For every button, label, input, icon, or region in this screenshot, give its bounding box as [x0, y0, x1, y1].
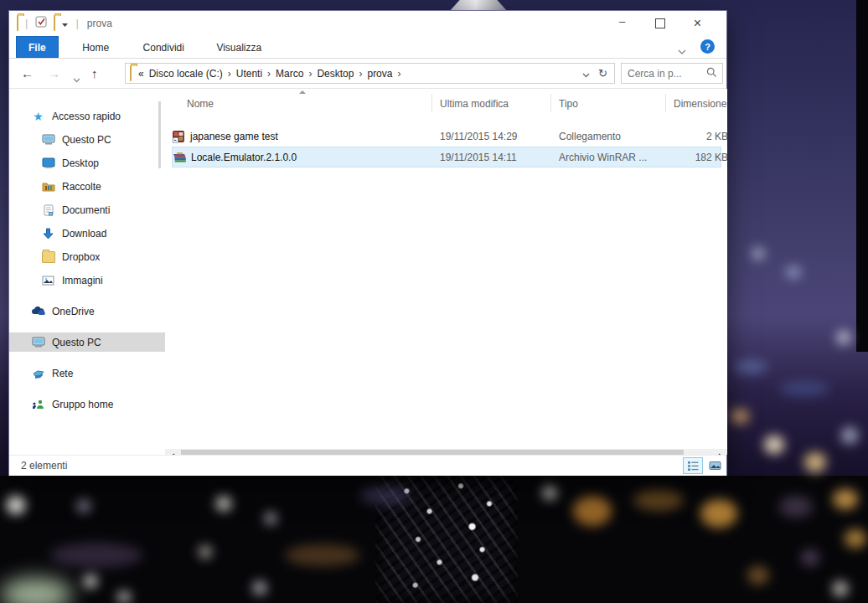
bokeh-light [360, 486, 411, 504]
bokeh-light [779, 381, 829, 396]
breadcrumb-segment-disco-locale[interactable]: Disco locale (C:) [149, 68, 223, 80]
desktop-icon [41, 157, 55, 168]
qat-properties-icon[interactable] [35, 16, 48, 32]
bokeh-light [265, 513, 276, 524]
tab-home[interactable]: Home [70, 37, 121, 59]
breadcrumb-segment-prova[interactable]: prova [367, 68, 392, 80]
breadcrumb-separator[interactable]: › [392, 68, 406, 80]
details-view-button[interactable] [683, 457, 703, 474]
column-divider[interactable] [431, 94, 432, 112]
bokeh-light [833, 581, 848, 596]
scroll-right-arrow-icon[interactable] [713, 449, 727, 455]
column-header-ultima-modifica[interactable]: Ultima modifica [440, 98, 509, 110]
bokeh-light [199, 546, 211, 558]
downloads-icon [41, 228, 55, 240]
refresh-icon[interactable]: ↻ [598, 67, 607, 80]
forward-button[interactable]: → [48, 66, 60, 80]
item-count: 2 elementi [21, 460, 67, 472]
bokeh-light [752, 248, 764, 260]
bokeh-light [764, 436, 784, 454]
sidebar-item-questo-pc[interactable]: Questo PC [9, 332, 187, 352]
sidebar-item-onedrive[interactable]: OneDrive [9, 302, 187, 321]
file-size: 2 KB [678, 131, 727, 142]
navigation-bar: ← → ↑ « Disco locale (C:) › Utenti › Mar… [9, 59, 726, 89]
horizontal-scrollbar[interactable] [165, 449, 727, 455]
bokeh-light [837, 331, 850, 344]
breadcrumb-separator[interactable]: › [262, 68, 276, 80]
bokeh-light [84, 575, 97, 588]
qat-separator: | [25, 11, 28, 36]
bokeh-light [734, 360, 767, 374]
column-header-dimensione[interactable]: Dimensione [674, 98, 726, 110]
sidebar-item-rete[interactable]: Rete [9, 363, 187, 383]
breadcrumb-separator[interactable]: › [223, 68, 236, 80]
address-bar[interactable]: « Disco locale (C:) › Utenti › Marco › D… [125, 63, 615, 84]
file-type: Collegamento [559, 131, 621, 142]
pictures-icon [41, 276, 55, 286]
qat-new-folder-icon[interactable] [54, 16, 55, 31]
address-dropdown-chevron-icon[interactable] [582, 66, 590, 81]
column-divider[interactable] [665, 94, 666, 112]
qat-customize-chevron-icon[interactable] [61, 17, 69, 32]
tab-condividi[interactable]: Condividi [132, 37, 196, 59]
ribbon-expand-chevron-icon[interactable] [678, 44, 686, 59]
breadcrumb-segment-desktop[interactable]: Desktop [317, 68, 354, 80]
bokeh-light [633, 489, 684, 511]
bokeh-light [804, 452, 826, 472]
tab-visualizza[interactable]: Visualizza [204, 37, 273, 59]
minimize-button[interactable]: – [603, 12, 641, 36]
bokeh-light [253, 581, 266, 595]
search-icon [706, 66, 717, 81]
column-header-tipo[interactable]: Tipo [559, 98, 578, 110]
onedrive-icon [31, 307, 45, 316]
sort-ascending-icon [299, 90, 306, 94]
sidebar-item-gruppo-home[interactable]: Gruppo home [9, 394, 187, 414]
recent-locations-chevron-icon[interactable] [73, 71, 80, 86]
close-button[interactable]: × [679, 12, 716, 36]
breadcrumb-segment-marco[interactable]: Marco [276, 68, 303, 80]
scroll-left-arrow-icon[interactable] [165, 449, 179, 455]
bokeh-light [285, 544, 360, 566]
column-header-nome[interactable]: Nome [187, 98, 214, 110]
breadcrumb-overflow[interactable]: « [138, 68, 144, 80]
search-input[interactable] [622, 68, 706, 80]
column-divider[interactable] [550, 94, 551, 112]
breadcrumb-segment-utenti[interactable]: Utenti [236, 68, 262, 80]
address-folder-icon [130, 66, 132, 81]
shortcut-app-icon [172, 130, 185, 143]
help-button[interactable]: ? [700, 39, 715, 54]
file-type: Archivio WinRAR ... [559, 152, 647, 163]
window-folder-icon [17, 16, 18, 31]
bokeh-light [833, 489, 858, 509]
breadcrumb-separator[interactable]: › [303, 68, 317, 80]
search-box[interactable] [621, 63, 723, 84]
libraries-icon [41, 181, 55, 192]
bokeh-light [786, 266, 801, 278]
tab-file[interactable]: File [16, 36, 59, 58]
background-right-edge [856, 0, 868, 352]
this-pc-icon [31, 337, 45, 348]
bokeh-light [50, 543, 142, 568]
bokeh-light [216, 496, 231, 511]
sidebar-scrollbar[interactable] [158, 101, 161, 168]
breadcrumb-separator[interactable]: › [354, 68, 367, 80]
maximize-button[interactable] [641, 12, 679, 36]
file-list-pane: Nome Ultima modifica Tipo Dimensione jap… [165, 89, 727, 455]
documents-icon [41, 204, 55, 216]
file-modified: 19/11/2015 14:11 [440, 152, 517, 163]
titlebar[interactable]: | | prova – × [9, 11, 726, 36]
bokeh-light [7, 496, 25, 514]
large-icons-view-button[interactable] [705, 457, 725, 474]
file-size: 182 KB [678, 152, 727, 163]
window-title: prova [87, 11, 112, 36]
bokeh-light [77, 499, 90, 513]
bokeh-light [700, 499, 737, 528]
status-bar: 2 elementi [9, 455, 726, 476]
bokeh-light [543, 486, 556, 499]
file-modified: 19/11/2015 14:29 [440, 131, 518, 142]
up-button[interactable]: ↑ [91, 66, 98, 80]
ribbon-tab-bar: File Home Condividi Visualizza ? [9, 36, 726, 59]
bokeh-light [779, 496, 813, 518]
this-pc-icon [41, 134, 55, 145]
back-button[interactable]: ← [21, 66, 34, 80]
